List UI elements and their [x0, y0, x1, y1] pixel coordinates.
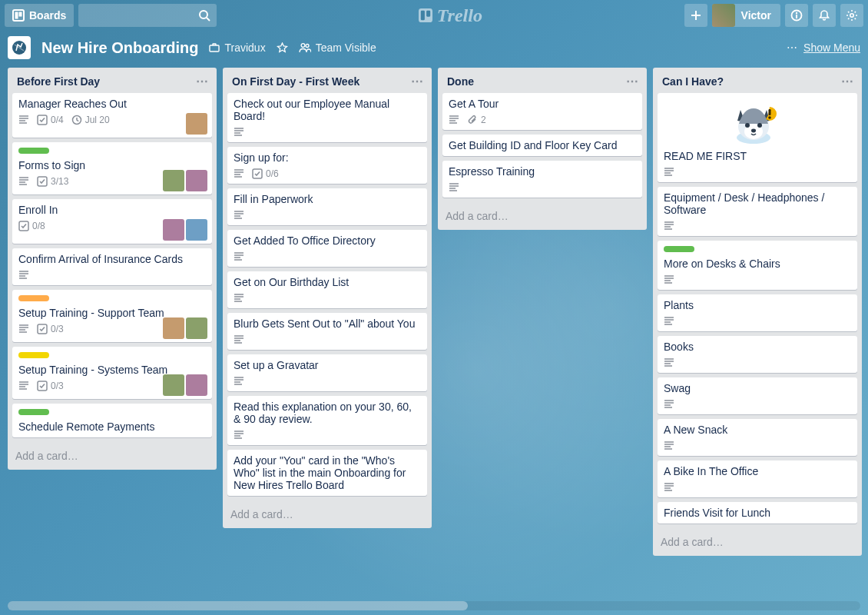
star-button[interactable] — [277, 42, 288, 54]
list-cards[interactable]: READ ME FIRSTEquipment / Desk / Headphon… — [653, 91, 862, 530]
description-icon — [234, 293, 244, 304]
board-header: New Hire Onboarding Travidux Team Visibl… — [0, 31, 868, 65]
description-badge — [234, 168, 244, 179]
visibility-button[interactable]: Team Visible — [299, 42, 376, 54]
svg-rect-10 — [796, 15, 797, 18]
board-icon — [12, 9, 25, 22]
description-icon — [449, 182, 459, 193]
card[interactable]: Blurb Gets Sent Out to "All" about You — [227, 313, 427, 350]
board[interactable]: Before First Day⋯Manager Reaches Out0/4J… — [0, 65, 868, 615]
card-badges — [664, 440, 851, 451]
member-avatar[interactable] — [163, 219, 184, 241]
card[interactable]: Equipment / Desk / Headphones / Software — [658, 187, 857, 236]
card[interactable]: Check out our Employee Manual Board! — [227, 93, 427, 142]
card[interactable]: Books — [658, 336, 857, 373]
card[interactable]: READ ME FIRST — [658, 93, 857, 182]
member-avatar[interactable] — [186, 374, 207, 396]
card[interactable]: Friends Visit for Lunch — [658, 502, 857, 524]
svg-rect-22 — [769, 109, 771, 115]
card-title: More on Desks & Chairs — [664, 258, 780, 270]
card[interactable]: Setup Training - Systems Team0/3 — [12, 347, 212, 399]
add-card-button[interactable]: Add a card… — [223, 502, 432, 528]
list-menu-button[interactable]: ⋯ — [196, 74, 209, 88]
description-badge — [664, 167, 674, 178]
card[interactable]: Fill in Paperwork — [227, 188, 427, 225]
card[interactable]: Schedule Remote Payments — [12, 404, 212, 437]
checklist-badge: 0/3 — [37, 381, 64, 391]
card[interactable]: More on Desks & Chairs — [658, 241, 857, 290]
card[interactable]: A Bike In The Office — [658, 460, 857, 497]
card-title: Plants — [664, 299, 694, 311]
search-input[interactable] — [78, 4, 217, 27]
card[interactable]: Sign up for:0/6 — [227, 147, 427, 184]
list-menu-button[interactable]: ⋯ — [841, 74, 854, 88]
card[interactable]: Plants — [658, 294, 857, 331]
list-cards[interactable]: Manager Reaches Out0/4Jul 20Forms to Sig… — [8, 91, 217, 444]
list-menu-button[interactable]: ⋯ — [626, 74, 639, 88]
settings-button[interactable] — [840, 4, 863, 27]
description-badge — [18, 381, 29, 391]
card[interactable]: Espresso Training — [442, 161, 642, 198]
boards-button[interactable]: Boards — [5, 4, 74, 27]
list-title[interactable]: Done — [447, 75, 474, 88]
card[interactable]: Read this explanation on your 30, 60, & … — [227, 396, 427, 445]
card-badges — [234, 293, 421, 304]
member-avatar[interactable] — [163, 374, 184, 396]
board-title[interactable]: New Hire Onboarding — [41, 39, 198, 57]
add-card-button[interactable]: Add a card… — [653, 530, 862, 556]
list-title[interactable]: Before First Day — [17, 75, 100, 88]
add-card-button[interactable]: Add a card… — [438, 204, 647, 230]
card[interactable]: Forms to Sign3/13 — [12, 142, 212, 194]
list-title[interactable]: On First Day - First Week — [232, 75, 359, 88]
description-badge — [664, 274, 674, 285]
card-title: Equipment / Desk / Headphones / Software — [664, 191, 824, 216]
member-avatar[interactable] — [163, 170, 184, 191]
member-avatar[interactable] — [163, 317, 184, 339]
show-menu-button[interactable]: ⋯ Show Menu — [787, 42, 860, 54]
card[interactable]: Get A Tour2 — [442, 93, 642, 130]
card[interactable]: Get Building ID and Floor Key Card — [442, 135, 642, 156]
card[interactable]: Add your "You" card in the "Who's Who" l… — [227, 450, 427, 496]
svg-rect-6 — [421, 11, 425, 20]
list: Can I Have?⋯ READ ME FIRSTEquipment / De… — [653, 68, 862, 556]
card[interactable]: Set up a Gravatar — [227, 354, 427, 391]
notifications-button[interactable] — [813, 4, 836, 27]
card[interactable]: Enroll In0/8 — [12, 199, 212, 244]
card[interactable]: Get on Our Birthday List — [227, 271, 427, 308]
member-avatar[interactable] — [186, 113, 207, 135]
card-badges — [234, 334, 421, 345]
org-button[interactable]: Travidux — [209, 42, 265, 54]
svg-rect-5 — [419, 8, 432, 22]
logo-icon — [419, 8, 432, 22]
create-button[interactable] — [684, 4, 707, 27]
list: On First Day - First Week⋯Check out our … — [223, 68, 432, 528]
user-menu[interactable]: Victor — [712, 4, 780, 27]
due-date: Jul 20 — [85, 115, 110, 125]
card[interactable]: Confirm Arrival of Insurance Cards — [12, 248, 212, 285]
member-avatar[interactable] — [186, 170, 207, 191]
card-members — [163, 317, 207, 339]
description-icon — [234, 210, 244, 221]
card[interactable]: A New Snack — [658, 419, 857, 456]
description-badge — [234, 127, 244, 138]
horizontal-scrollbar[interactable] — [8, 601, 860, 610]
list-title[interactable]: Can I Have? — [662, 75, 724, 88]
card-badges — [664, 167, 851, 178]
list-menu-button[interactable]: ⋯ — [411, 74, 424, 88]
info-button[interactable] — [785, 4, 808, 27]
card-title: Blurb Gets Sent Out to "All" about You — [234, 317, 415, 330]
member-avatar[interactable] — [186, 317, 207, 339]
list-cards[interactable]: Check out our Employee Manual Board!Sign… — [223, 91, 432, 502]
member-avatar[interactable] — [186, 219, 207, 241]
org-name: Travidux — [224, 42, 265, 54]
card[interactable]: Setup Training - Support Team0/3 — [12, 290, 212, 342]
card[interactable]: Manager Reaches Out0/4Jul 20 — [12, 93, 212, 138]
trello-logo[interactable]: Trello — [221, 5, 679, 26]
checklist-count: 0/3 — [51, 381, 64, 391]
user-name: Victor — [741, 9, 771, 22]
list-cards[interactable]: Get A Tour2Get Building ID and Floor Key… — [438, 91, 647, 204]
card[interactable]: Get Added To Office Directory — [227, 230, 427, 267]
add-card-button[interactable]: Add a card… — [8, 444, 217, 470]
card[interactable]: Swag — [658, 377, 857, 414]
card-title: Espresso Training — [449, 165, 535, 178]
